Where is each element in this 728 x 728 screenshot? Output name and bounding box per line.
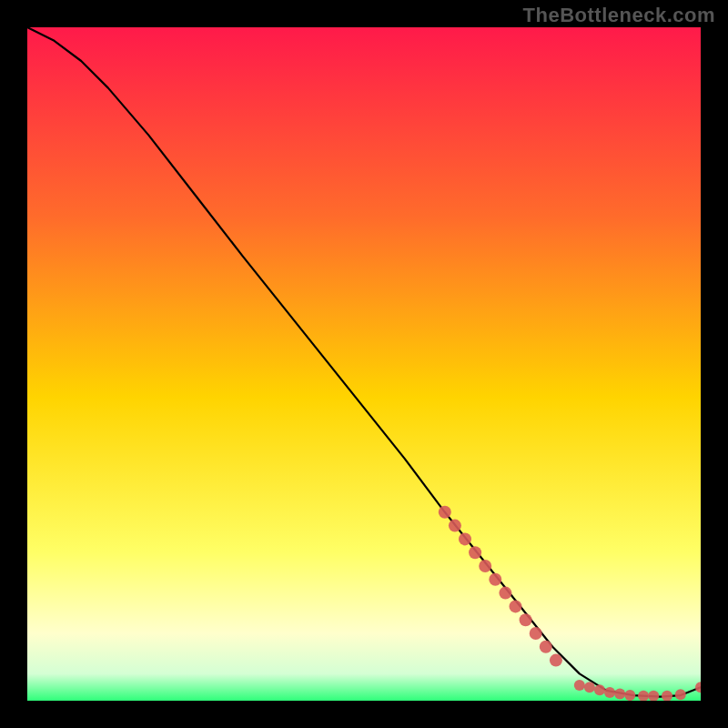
data-marker (604, 687, 615, 698)
data-marker (499, 587, 511, 600)
data-marker (520, 613, 532, 626)
gradient-background (27, 27, 701, 701)
data-marker (479, 560, 491, 572)
chart-svg (27, 27, 701, 701)
data-marker (584, 682, 595, 693)
data-marker (594, 684, 605, 695)
data-marker (675, 689, 686, 700)
data-marker (530, 627, 542, 640)
data-marker (540, 641, 552, 653)
plot-area (27, 27, 701, 701)
data-marker (510, 600, 522, 612)
data-marker (449, 520, 461, 532)
watermark-text: TheBottleneck.com (523, 4, 715, 27)
data-marker (439, 506, 451, 519)
data-marker (469, 546, 481, 559)
data-marker (614, 689, 625, 700)
data-marker (489, 573, 501, 586)
data-marker (574, 680, 585, 691)
chart-frame: TheBottleneck.com (0, 0, 728, 728)
data-marker (459, 532, 471, 545)
data-marker (624, 690, 635, 701)
data-marker (550, 654, 562, 667)
